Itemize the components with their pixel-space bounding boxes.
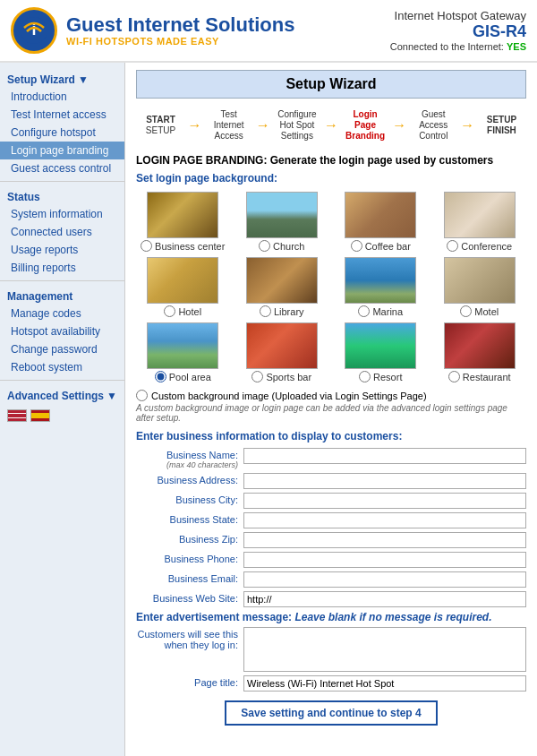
input-business-state[interactable]	[243, 512, 526, 528]
radio-restaurant[interactable]	[448, 371, 460, 382]
connection-status: Connected to the Internet: YES	[390, 41, 526, 52]
bg-option-conference: Conference	[433, 192, 527, 252]
radio-custom-bg[interactable]	[136, 390, 148, 401]
advert-row: Customers will see this when they log in…	[136, 627, 526, 672]
sidebar-item-connected-users[interactable]: Connected users	[0, 223, 124, 241]
step-configure: Configure Hot Spot Settings	[272, 109, 321, 142]
bg-option-pool-area: Pool area	[136, 322, 230, 382]
flag-us[interactable]	[7, 409, 27, 422]
sidebar-item-billing-reports[interactable]: Billing reports	[0, 259, 124, 277]
header: i Guest Internet Solutions WI-FI HOTSPOT…	[0, 0, 537, 63]
arrow-5: →	[460, 117, 474, 133]
save-btn-row: Save setting and continue to step 4	[136, 700, 526, 726]
label-business-name: Business Name:	[136, 450, 238, 460]
sidebar-item-configure-hotspot[interactable]: Configure hotspot	[0, 124, 124, 142]
sidebar-item-change-password[interactable]: Change password	[0, 340, 124, 358]
step-start: START SETUP	[136, 115, 185, 136]
step-login-branding: Login Page Branding	[341, 109, 390, 142]
bg-img-conference	[444, 192, 516, 238]
form-row-name: Business Name: (max 40 characters)	[136, 448, 526, 469]
radio-marina[interactable]	[358, 305, 370, 317]
product-title: Internet Hotspot Gateway	[390, 9, 526, 22]
radio-conference[interactable]	[447, 240, 458, 252]
step-test: Test Internet Access	[204, 109, 253, 142]
sidebar-item-guest-access[interactable]: Guest access control	[0, 159, 124, 177]
language-flags	[0, 404, 124, 427]
sidebar-item-test-internet[interactable]: Test Internet access	[0, 106, 124, 124]
step-guest-access: Guest Access Control	[409, 109, 458, 142]
arrow-4: →	[392, 117, 406, 133]
bg-option-church: Church	[235, 192, 329, 252]
bg-option-hotel: Hotel	[136, 257, 230, 317]
sidebar-item-manage-codes[interactable]: Manage codes	[0, 305, 124, 322]
setup-wizard-section: Setup Wizard ▼	[0, 68, 124, 88]
bg-img-motel	[444, 257, 516, 304]
radio-coffee-bar[interactable]	[351, 240, 362, 252]
bg-option-sports-bar: Sports bar	[235, 322, 329, 382]
bg-img-coffee-bar	[345, 192, 416, 238]
business-form-title: Enter business information to display to…	[136, 430, 526, 442]
sidebar-item-hotspot-availability[interactable]: Hotspot availability	[0, 322, 124, 340]
sidebar-item-reboot[interactable]: Reboot system	[0, 358, 124, 376]
sidebar-item-introduction[interactable]: Introduction	[0, 88, 124, 106]
arrow-1: →	[188, 117, 202, 133]
bg-option-motel: Motel	[433, 257, 527, 317]
company-tagline: WI-FI HOTSPOTS MADE EASY	[66, 36, 294, 47]
advert-textarea[interactable]	[243, 627, 526, 672]
radio-church[interactable]	[259, 240, 270, 252]
bg-img-sports-bar	[246, 322, 318, 369]
custom-note: A custom background image or login page …	[136, 403, 526, 423]
status-section: Status	[0, 185, 124, 205]
input-business-phone[interactable]	[243, 552, 526, 568]
bg-option-library: Library	[235, 257, 329, 317]
input-business-city[interactable]	[243, 493, 526, 509]
input-business-email[interactable]	[243, 571, 526, 588]
bg-img-marina	[345, 257, 416, 304]
main-layout: Setup Wizard ▼ Introduction Test Interne…	[0, 63, 537, 756]
radio-library[interactable]	[260, 305, 271, 317]
advert-sublabel: Customers will see this when they log in…	[136, 627, 243, 650]
sidebar-item-system-info[interactable]: System information	[0, 205, 124, 223]
product-model: GIS-R4	[390, 22, 526, 41]
form-row-state: Business State:	[136, 512, 526, 528]
radio-pool-area[interactable]	[155, 371, 166, 382]
radio-sports-bar[interactable]	[251, 371, 263, 382]
bg-option-business-center: Business center	[136, 192, 230, 252]
radio-business-center[interactable]	[141, 240, 152, 252]
bg-img-restaurant	[444, 322, 516, 369]
input-business-name[interactable]	[243, 448, 526, 464]
advert-label: Enter advertisement message: Leave blank…	[136, 611, 526, 623]
bg-option-restaurant: Restaurant	[433, 322, 527, 382]
flag-es[interactable]	[30, 409, 50, 422]
save-button[interactable]: Save setting and continue to step 4	[225, 700, 437, 726]
input-business-address[interactable]	[243, 473, 526, 489]
company-name: Guest Internet Solutions	[66, 14, 294, 36]
radio-motel[interactable]	[460, 305, 472, 317]
input-business-zip[interactable]	[243, 532, 526, 548]
form-row-page-title: Page title:	[136, 675, 526, 692]
steps-bar: START SETUP → Test Internet Access → Con…	[136, 106, 526, 145]
input-page-title[interactable]	[243, 675, 526, 692]
bg-option-coffee-bar: Coffee bar	[334, 192, 428, 252]
custom-bg-row: Custom background image (Uploaded via Lo…	[136, 390, 526, 401]
label-business-email: Business Email:	[136, 571, 243, 584]
sidebar-divider-3	[0, 380, 124, 381]
sidebar-item-usage-reports[interactable]: Usage reports	[0, 241, 124, 259]
sidebar-divider-1	[0, 181, 124, 182]
label-business-state: Business State:	[136, 512, 243, 525]
logo-area: i Guest Internet Solutions WI-FI HOTSPOT…	[11, 7, 294, 54]
main-content: Setup Wizard START SETUP → Test Internet…	[125, 63, 537, 756]
arrow-3: →	[324, 117, 338, 133]
arrow-2: →	[256, 117, 270, 133]
step-finish: SETUP FINISH	[477, 115, 526, 136]
label-business-address: Business Address:	[136, 473, 243, 485]
radio-hotel[interactable]	[164, 305, 175, 317]
header-right: Internet Hotspot Gateway GIS-R4 Connecte…	[390, 9, 526, 52]
bg-img-pool-area	[147, 322, 218, 369]
input-business-website[interactable]	[243, 591, 526, 607]
logo-text: Guest Internet Solutions WI-FI HOTSPOTS …	[66, 14, 294, 47]
bg-option-marina: Marina	[334, 257, 428, 317]
radio-resort[interactable]	[359, 371, 371, 382]
sidebar-item-login-branding[interactable]: Login page branding	[0, 142, 124, 159]
sidebar-divider-2	[0, 280, 124, 281]
